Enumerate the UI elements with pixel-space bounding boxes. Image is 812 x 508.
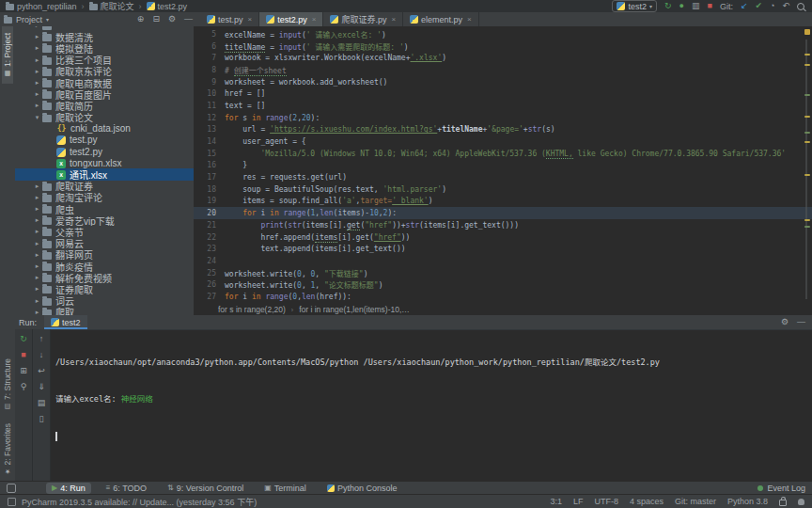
- settings-icon[interactable]: ⚙: [168, 15, 176, 24]
- sidebar-item-structure[interactable]: ▤ 7: Structure: [2, 352, 13, 417]
- tree-expand-arrow[interactable]: ▸: [32, 183, 42, 190]
- close-tab-icon[interactable]: ×: [467, 15, 472, 24]
- line-number[interactable]: 11: [194, 102, 225, 110]
- tree-item[interactable]: ▸爬取百度图片: [15, 88, 194, 100]
- tree-item[interactable]: x通讯.xlsx: [15, 168, 194, 180]
- line-separator[interactable]: LF: [573, 497, 584, 506]
- rollback-icon[interactable]: ↶: [782, 2, 789, 10]
- line-number[interactable]: 15: [194, 150, 225, 158]
- editor-breadcrumb-item[interactable]: for s in range(2,20): [218, 305, 286, 314]
- tab-test2.py[interactable]: test2.py×: [259, 12, 323, 26]
- code-line[interactable]: 22href.append(items[i].get("href")): [194, 231, 812, 244]
- toolwindow-python-console-button[interactable]: Python Console: [321, 483, 403, 494]
- code-line[interactable]: 16}: [194, 160, 812, 172]
- tree-item[interactable]: ▸爬取京东评论: [15, 66, 194, 77]
- line-number[interactable]: 19: [194, 197, 225, 205]
- coverage-icon[interactable]: ▥: [692, 2, 700, 10]
- line-number[interactable]: 14: [194, 137, 225, 146]
- tree-item[interactable]: ▸爱奇艺vip下载: [15, 214, 194, 226]
- line-number[interactable]: 5: [194, 30, 225, 39]
- line-number[interactable]: 22: [194, 233, 225, 242]
- run-config-selector[interactable]: test2 ▾: [612, 0, 657, 12]
- locate-icon[interactable]: ⊕: [137, 15, 145, 24]
- error-stripe-mark[interactable]: [804, 54, 810, 56]
- tab-element.py[interactable]: element.py×: [403, 12, 479, 26]
- tree-expand-arrow[interactable]: ▸: [32, 228, 42, 235]
- restore-layout-icon[interactable]: ⊞: [20, 366, 27, 375]
- rerun-icon[interactable]: ↻: [20, 334, 27, 343]
- code-line[interactable]: 24: [194, 255, 812, 267]
- search-icon[interactable]: [797, 3, 804, 10]
- code-line[interactable]: 26worksheet.write(0, 1, "论文标题标题"): [194, 278, 812, 291]
- code-line[interactable]: 13url = 'https://s.ixueshu.com/index.htm…: [194, 124, 812, 136]
- tree-expand-arrow[interactable]: ▸: [32, 285, 42, 293]
- line-number[interactable]: 6: [194, 42, 225, 51]
- tree-item[interactable]: ▸肺炎疫情: [15, 261, 194, 272]
- tree-item[interactable]: ▸比赛三个项目: [15, 55, 194, 66]
- line-number[interactable]: 16: [194, 161, 225, 169]
- line-number[interactable]: 9: [194, 78, 225, 87]
- breadcrumb-item[interactable]: python_reptilian: [6, 2, 77, 11]
- error-stripe-mark[interactable]: [804, 116, 810, 118]
- code-line[interactable]: 5excelName = input(' 请输入excel名: '): [194, 28, 812, 40]
- tree-item[interactable]: ▾爬取论文: [15, 112, 194, 123]
- line-number[interactable]: 10: [194, 89, 225, 98]
- line-number[interactable]: 13: [194, 125, 225, 134]
- code-line[interactable]: 6titelName = input(' 请输入需要爬取的标题: '): [194, 40, 812, 53]
- scroll-end-icon[interactable]: ⇓: [38, 382, 45, 391]
- code-line[interactable]: 18soup = BeautifulSoup(res.text, 'html.p…: [194, 183, 812, 196]
- breadcrumb-item[interactable]: test2.py: [147, 2, 188, 11]
- tree-item[interactable]: ▸词云: [15, 295, 194, 307]
- run-settings-gear-icon[interactable]: ⚙: [781, 318, 789, 326]
- tree-expand-arrow[interactable]: ▸: [32, 33, 42, 40]
- code-line[interactable]: 21print(str(items[i].get("href"))+str(it…: [194, 219, 812, 231]
- tree-item[interactable]: ▸数据清洗: [15, 31, 194, 42]
- stop-icon[interactable]: ■: [21, 350, 25, 359]
- file-encoding[interactable]: UTF-8: [594, 497, 618, 506]
- line-number[interactable]: 12: [194, 114, 225, 122]
- error-stripe-mark[interactable]: [804, 64, 810, 66]
- inspections-indicator[interactable]: [804, 29, 810, 35]
- toolwindow-switcher-icon[interactable]: [7, 484, 16, 493]
- tree-expand-arrow[interactable]: ▸: [32, 297, 42, 305]
- tree-item[interactable]: ▸爬取简历: [15, 100, 194, 111]
- editor-scrollbar[interactable]: [805, 40, 807, 299]
- line-number[interactable]: 20: [194, 209, 225, 217]
- tree-item[interactable]: ▸爬取: [15, 307, 194, 315]
- code-line[interactable]: 9worksheet = workbook.add_worksheet(): [194, 76, 812, 88]
- toolwindow-terminal-button[interactable]: ▣Terminal: [258, 483, 312, 494]
- error-stripe-mark[interactable]: [804, 219, 810, 221]
- tree-expand-arrow[interactable]: ▸: [32, 274, 42, 281]
- history-icon[interactable]: ◔: [770, 2, 774, 10]
- line-number[interactable]: 24: [194, 257, 225, 265]
- tree-item[interactable]: ▸翻译网页: [15, 249, 194, 261]
- line-number[interactable]: 25: [194, 269, 225, 278]
- status-message[interactable]: PyCharm 2019.3.5 available: // Update...…: [22, 496, 257, 508]
- tree-expand-arrow[interactable]: ▸: [32, 90, 42, 98]
- debug-icon[interactable]: ●: [679, 2, 684, 10]
- code-line[interactable]: 11text = []: [194, 100, 812, 112]
- error-stripe-mark[interactable]: [804, 174, 810, 176]
- tree-expand-arrow[interactable]: ▸: [32, 56, 42, 64]
- tree-expand-arrow[interactable]: ▸: [32, 194, 42, 201]
- update-project-icon[interactable]: ↙: [741, 2, 748, 10]
- tree-expand-arrow[interactable]: ▸: [32, 102, 42, 109]
- tree-item[interactable]: ▸爬取电商数据: [15, 77, 194, 88]
- run-tab-test2[interactable]: test2: [44, 315, 87, 329]
- tab-test.py[interactable]: test.py×: [200, 12, 259, 26]
- tree-item[interactable]: ▸证券爬取: [15, 283, 194, 294]
- tree-item[interactable]: xtongxun.xlsx: [15, 157, 194, 168]
- toolwindow-run-button[interactable]: ▶4: Run: [46, 483, 91, 494]
- tree-item[interactable]: ▸网易云: [15, 238, 194, 249]
- tree-expand-arrow[interactable]: ▸: [32, 68, 42, 75]
- tree-item[interactable]: ▸解析免费视频: [15, 272, 194, 283]
- tree-item[interactable]: ▸模拟登陆: [15, 42, 194, 54]
- tree-expand-arrow[interactable]: ▸: [32, 44, 42, 52]
- breadcrumb-item[interactable]: 爬取论文: [89, 0, 134, 12]
- highlighting-level-icon[interactable]: [798, 499, 804, 505]
- event-log-button[interactable]: Event Log: [757, 484, 805, 493]
- tree-expand-arrow[interactable]: ▸: [32, 79, 42, 87]
- up-stack-icon[interactable]: ↑: [39, 334, 44, 343]
- error-stripe[interactable]: [803, 26, 812, 304]
- code-editor[interactable]: 5excelName = input(' 请输入excel名: ')6titel…: [194, 26, 812, 306]
